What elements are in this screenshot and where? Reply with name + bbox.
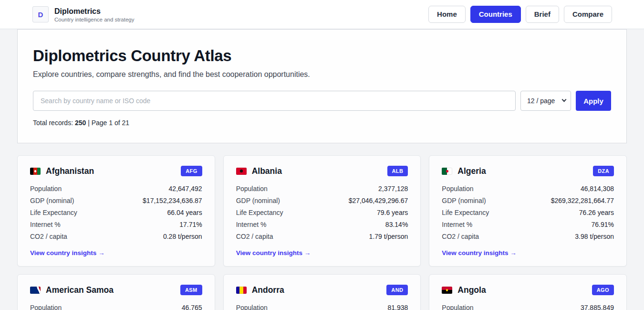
card-title-wrap: Albania [236,166,282,176]
brand-text: Diplometrics Country intelligence and st… [54,7,135,22]
country-flag-icon [236,168,247,175]
stat-value: 42,647,492 [169,185,202,192]
stat-row-co2: CO2 / capita 1.79 t/person [236,230,408,242]
stat-row-internet: Internet % 83.14% [236,218,408,230]
card-header: Andorra AND [236,285,408,295]
iso-code-badge: ASM [180,285,202,295]
stat-row-population: Population 46,814,308 [442,182,614,194]
stat-row-life-expectancy: Life Expectancy 66.04 years [30,206,202,218]
stat-label: Population [236,185,268,192]
stat-value: 1.79 t/person [369,233,408,240]
stat-row-population: Population 81,938 [236,301,408,310]
country-flag-icon [442,168,452,175]
total-records-count: 250 [75,119,86,127]
stat-row-life-expectancy: Life Expectancy 76.26 years [442,206,614,218]
card-title-wrap: Afghanistan [30,166,94,176]
hero-panel: Diplometrics Country Atlas Explore count… [17,29,627,143]
card-title-wrap: Andorra [236,285,284,295]
stat-row-life-expectancy: Life Expectancy 79.6 years [236,206,408,218]
card-header: Albania ALB [236,166,408,176]
country-flag-icon [30,287,41,294]
country-name: Andorra [252,285,284,295]
page-size-select[interactable]: 12 / page [520,91,571,111]
nav-home-button[interactable]: Home [428,6,466,23]
stat-label: Internet % [236,221,267,228]
card-header: Algeria DZA [442,166,614,176]
stat-row-population: Population 46,765 [30,301,202,310]
country-name: Afghanistan [46,166,94,176]
brand: D Diplometrics Country intelligence and … [32,6,135,22]
country-card-algeria: Algeria DZA Population 46,814,308 GDP (n… [429,155,627,267]
stat-label: Population [236,304,268,310]
stat-label: GDP (nominal) [442,197,486,204]
apply-button[interactable]: Apply [576,91,611,111]
stat-value: 3.98 t/person [575,233,614,240]
page-title: Diplometrics Country Atlas [33,47,611,65]
stat-row-internet: Internet % 17.71% [30,218,202,230]
search-input[interactable] [33,91,516,111]
stat-value: 2,377,128 [378,185,408,192]
stat-value: $17,152,234,636.87 [143,197,202,204]
iso-code-badge: DZA [593,166,614,176]
stat-row-gdp: GDP (nominal) $269,322,281,664.77 [442,194,614,206]
country-cards-grid: Afghanistan AFG Population 42,647,492 GD… [17,155,627,310]
country-card-american-samoa: American Samoa ASM Population 46,765 [17,274,215,310]
stat-label: Life Expectancy [236,209,283,216]
card-title-wrap: Angola [442,285,486,295]
card-title-wrap: American Samoa [30,285,114,295]
stat-value: 37,885,849 [581,304,614,310]
logo-letter: D [38,11,43,19]
stat-label: CO2 / capita [236,233,273,240]
stat-value: 79.6 years [377,209,408,216]
card-header: Afghanistan AFG [30,166,202,176]
stat-value: $269,322,281,664.77 [551,197,614,204]
country-card-albania: Albania ALB Population 2,377,128 GDP (no… [223,155,421,267]
nav-compare-button[interactable]: Compare [564,6,612,23]
iso-code-badge: AFG [181,166,202,176]
stat-label: CO2 / capita [30,233,67,240]
stat-label: Population [442,304,473,310]
country-flag-icon [442,287,452,294]
stat-value: $27,046,429,296.67 [349,197,408,204]
card-title-wrap: Algeria [442,166,486,176]
country-card-afghanistan: Afghanistan AFG Population 42,647,492 GD… [17,155,215,267]
view-insights-link[interactable]: View country insights → [30,249,105,257]
stat-label: Internet % [30,221,61,228]
page-indicator: | Page 1 of 21 [86,119,129,127]
stat-row-internet: Internet % 76.91% [442,218,614,230]
stat-label: Life Expectancy [442,209,489,216]
top-bar: D Diplometrics Country intelligence and … [0,0,644,29]
country-name: Algeria [457,166,486,176]
view-insights-link[interactable]: View country insights → [236,249,311,257]
stat-value: 46,814,308 [581,185,614,192]
stat-row-co2: CO2 / capita 3.98 t/person [442,230,614,242]
country-flag-icon [236,287,247,294]
iso-code-badge: AND [386,285,408,295]
card-header: American Samoa ASM [30,285,202,295]
app-name: Diplometrics [54,7,135,16]
stat-row-gdp: GDP (nominal) $17,152,234,636.87 [30,194,202,206]
stat-row-population: Population 37,885,849 [442,301,614,310]
app-logo: D [32,6,49,22]
stat-label: Population [30,304,62,310]
stat-value: 17.71% [179,221,202,228]
nav-countries-button[interactable]: Countries [470,6,521,23]
country-name: Albania [252,166,282,176]
country-name: Angola [457,285,486,295]
total-records-label: Total records: [33,119,73,127]
stat-value: 0.28 t/person [163,233,202,240]
stat-row-gdp: GDP (nominal) $27,046,429,296.67 [236,194,408,206]
nav-brief-button[interactable]: Brief [526,6,559,23]
stat-value: 46,765 [182,304,202,310]
country-card-angola: Angola AGO Population 37,885,849 [429,274,627,310]
search-row: 12 / page Apply [33,91,611,111]
stat-row-population: Population 2,377,128 [236,182,408,194]
stat-value: 76.26 years [579,209,614,216]
stat-value: 81,938 [388,304,408,310]
iso-code-badge: ALB [387,166,408,176]
stat-label: Population [442,185,473,192]
stat-label: Internet % [442,221,472,228]
view-insights-link[interactable]: View country insights → [442,249,517,257]
stat-label: Population [30,185,62,192]
stat-row-co2: CO2 / capita 0.28 t/person [30,230,202,242]
